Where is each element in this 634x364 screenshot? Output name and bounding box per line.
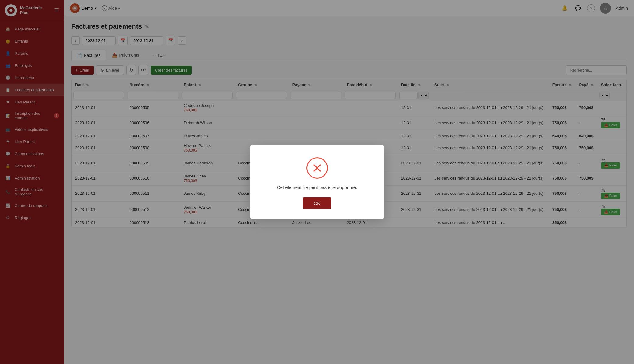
main-area: Démo ▾ ? Aide ▾ 🔔 💬 ? A Admin Factures e…	[64, 0, 634, 364]
error-modal: Cet élément ne peut pas être supprimé. O…	[250, 145, 384, 219]
modal-overlay[interactable]: Cet élément ne peut pas être supprimé. O…	[64, 16, 634, 364]
error-icon-circle	[306, 157, 328, 179]
page-content: Factures et paiements ✎ ‹ 📅 📅 › 📄 Factur…	[64, 16, 634, 364]
modal-ok-button[interactable]: OK	[303, 197, 331, 209]
modal-message: Cet élément ne peut pas être supprimé.	[262, 185, 372, 190]
x-icon	[311, 162, 323, 174]
